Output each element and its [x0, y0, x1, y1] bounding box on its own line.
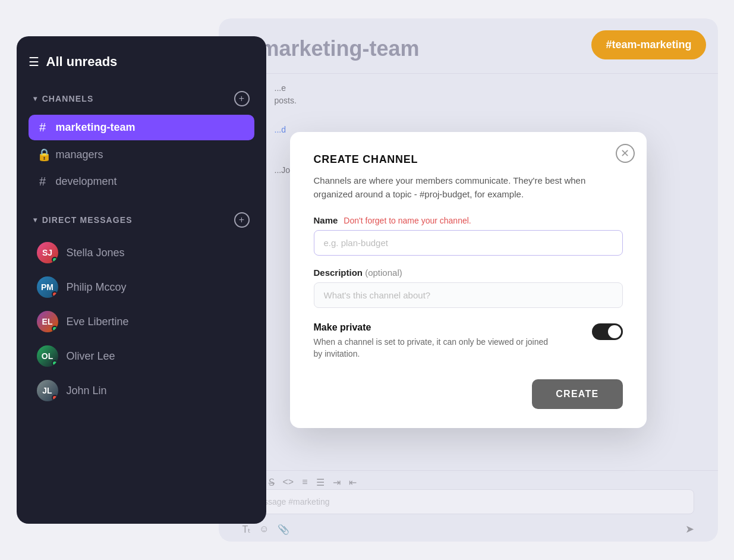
private-toggle[interactable]: [592, 323, 623, 340]
add-dm-button[interactable]: +: [234, 212, 250, 228]
dm-name-john: John Lin: [67, 385, 107, 397]
dm-name-philip: Philip Mccoy: [67, 281, 127, 294]
channel-name: development: [56, 175, 117, 188]
dm-section: ▾ DIRECT MESSAGES + SJ Stella Jones PM P…: [29, 209, 254, 407]
sidebar: ☰ All unreads ▾ CHANNELS + # marketing-t…: [17, 36, 266, 524]
create-channel-dialog: ✕ CREATE CHANNEL Channels are where your…: [290, 132, 647, 427]
dm-name-stella: Stella Jones: [67, 247, 125, 259]
avatar-philip: PM: [37, 276, 58, 298]
close-dialog-button[interactable]: ✕: [616, 144, 635, 163]
sidebar-title: All unreads: [46, 54, 118, 70]
dm-label: DIRECT MESSAGES: [42, 215, 133, 225]
floating-channel-tag: #team-marketing: [591, 30, 705, 59]
offline-dot: [52, 395, 58, 401]
dialog-title: CREATE CHANNEL: [314, 153, 623, 166]
dm-name-oliver: Oliver Lee: [67, 350, 115, 363]
dm-item-eve[interactable]: EL Eve Libertine: [29, 305, 254, 338]
online-dot: [52, 326, 58, 332]
dialog-overlay: ✕ CREATE CHANNEL Channels are where your…: [219, 18, 718, 542]
dm-item-oliver[interactable]: OL Oliver Lee: [29, 339, 254, 373]
avatar-stella: SJ: [37, 242, 58, 263]
channel-name: marketing-team: [56, 121, 136, 134]
channel-hash-icon: #: [37, 121, 49, 134]
private-title: Make private: [314, 322, 552, 333]
dm-section-header: ▾ DIRECT MESSAGES +: [29, 209, 254, 231]
dm-name-eve: Eve Libertine: [67, 316, 129, 328]
channels-chevron-icon[interactable]: ▾: [33, 95, 37, 103]
dm-item-john[interactable]: JL John Lin: [29, 374, 254, 407]
private-desc: When a channel is set to private, it can…: [314, 336, 552, 360]
online-dot: [52, 360, 58, 366]
toggle-knob: [608, 325, 621, 338]
avatar-john: JL: [37, 380, 58, 401]
channel-lock-icon: 🔒: [37, 147, 49, 162]
online-dot: [52, 257, 58, 263]
sidebar-header: ☰ All unreads: [29, 54, 254, 70]
avatar-oliver: OL: [37, 345, 58, 367]
channels-section-header: ▾ CHANNELS +: [29, 87, 254, 110]
channel-name-input[interactable]: [314, 230, 623, 256]
create-button[interactable]: CREATE: [532, 379, 622, 409]
channel-description-input[interactable]: [314, 282, 623, 308]
private-info: Make private When a channel is set to pr…: [314, 322, 552, 360]
channel-hash-icon: #: [37, 175, 49, 188]
dm-chevron-icon[interactable]: ▾: [33, 216, 37, 224]
add-channel-button[interactable]: +: [234, 91, 250, 106]
channel-item-marketing-team[interactable]: # marketing-team: [29, 115, 254, 140]
channels-list: # marketing-team 🔒 managers # developmen…: [29, 115, 254, 194]
main-area: # marketing-team ...eposts. ...d ...John: [219, 18, 718, 542]
avatar-eve: EL: [37, 311, 58, 332]
hamburger-icon[interactable]: ☰: [29, 56, 39, 68]
channel-item-development[interactable]: # development: [29, 169, 254, 194]
channels-label: CHANNELS: [42, 94, 94, 103]
offline-dot: [52, 291, 58, 297]
description-field-label: Description (optional): [314, 268, 623, 278]
name-field-label: Name Don't forget to name your channel.: [314, 215, 623, 225]
dm-item-stella[interactable]: SJ Stella Jones: [29, 236, 254, 269]
private-section: Make private When a channel is set to pr…: [314, 322, 623, 360]
channel-name: managers: [56, 149, 103, 161]
dialog-description: Channels are where your members communic…: [314, 174, 623, 201]
name-field-error: Don't forget to name your channel.: [344, 216, 471, 225]
channel-item-managers[interactable]: 🔒 managers: [29, 141, 254, 168]
dm-item-philip[interactable]: PM Philip Mccoy: [29, 270, 254, 304]
